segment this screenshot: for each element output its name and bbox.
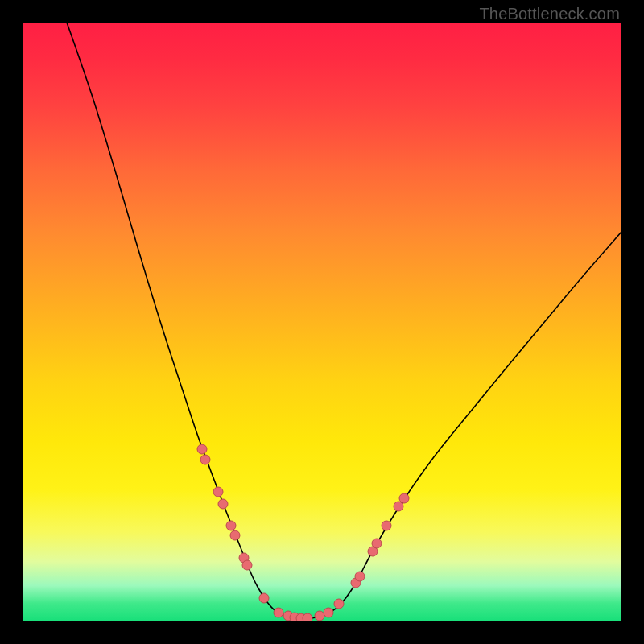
watermark-text: TheBottleneck.com	[479, 5, 620, 23]
scatter-dot	[303, 613, 312, 621]
curve-layer	[67, 23, 621, 619]
scatter-dot	[242, 560, 252, 570]
scatter-dot	[355, 572, 365, 581]
scatter-dot	[399, 493, 409, 503]
scatter-dot	[226, 521, 236, 530]
scatter-dot	[259, 593, 269, 603]
plot-area	[23, 23, 621, 621]
scatter-dots	[197, 444, 409, 621]
scatter-dot	[372, 539, 382, 548]
right-curve	[319, 232, 621, 617]
chart-frame: TheBottleneck.com	[0, 0, 644, 644]
scatter-dot	[324, 608, 333, 617]
scatter-dot	[334, 599, 344, 609]
scatter-dot	[382, 521, 391, 530]
scatter-dot	[197, 444, 207, 454]
scatter-dot	[200, 455, 210, 464]
chart-svg	[23, 23, 621, 621]
scatter-dot	[230, 530, 240, 540]
scatter-dot	[315, 611, 324, 621]
scatter-dot	[218, 499, 228, 509]
left-curve	[67, 23, 287, 617]
scatter-dot	[213, 487, 223, 497]
scatter-dot	[274, 608, 283, 617]
